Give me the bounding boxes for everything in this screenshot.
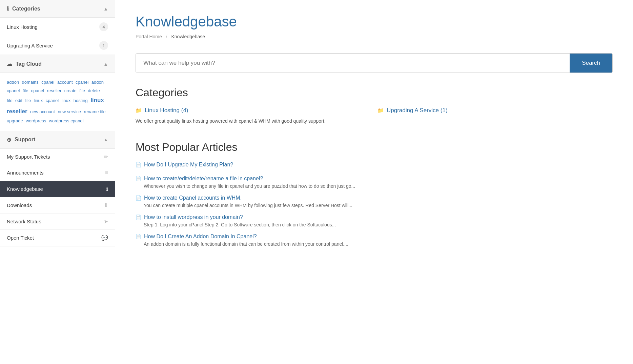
search-button[interactable]: Search [570, 54, 612, 73]
tag-upgrade[interactable]: upgrade [7, 118, 23, 123]
info-circle-icon: ℹ [106, 186, 108, 192]
tag-file3[interactable]: file [7, 98, 13, 103]
sidebar-tagcloud-header[interactable]: ☁ Tag Cloud ▲ [0, 55, 115, 73]
sidebar-tagcloud-label: Tag Cloud [16, 61, 42, 67]
tag-cpanel3[interactable]: cpanel [7, 88, 20, 93]
tag-linux2[interactable]: linux [62, 98, 71, 103]
tag-hosting[interactable]: hosting [74, 98, 88, 103]
doc-icon-0: 📄 [136, 162, 141, 167]
network-status-label: Network Status [7, 219, 41, 224]
sidebar-categories-section: ℹ Categories ▲ Linux Hosting 4 Upgrading… [0, 0, 115, 55]
tag-linux1[interactable]: linux [34, 98, 43, 103]
sidebar-category-count-linux: 4 [99, 22, 108, 31]
tag-new-service[interactable]: new service [58, 109, 81, 114]
article-title-4: How Do I Create An Addon Domain In Cpane… [144, 234, 257, 240]
tag-file4[interactable]: file [25, 98, 31, 103]
tag-domains[interactable]: domains [22, 80, 39, 85]
article-link-1[interactable]: 📄 How to create/edit/delete/rename a fil… [136, 176, 613, 182]
article-title-2: How to create Cpanel accounts in WHM. [144, 195, 242, 201]
folder-icon-linux: 📁 [136, 107, 142, 114]
download-icon: ⬇ [104, 202, 108, 208]
article-excerpt-3: Step 1. Log into your cPanel.Step 2. Go … [144, 222, 613, 227]
popular-articles-title: Most Popular Articles [136, 141, 613, 154]
categories-grid: 📁 Linux Hosting (4) We offer great quali… [136, 107, 613, 125]
sidebar-category-label-upgrading: Upgrading A Service [7, 43, 53, 48]
article-item-0: 📄 How Do I Upgrade My Existing Plan? [136, 162, 613, 169]
pencil-icon: ✏ [104, 154, 108, 160]
category-card-upgrading: 📁 Upgrading A Service (1) [377, 107, 613, 125]
sidebar-categories-header[interactable]: ℹ Categories ▲ [0, 0, 115, 18]
sidebar-tagcloud-title-group: ☁ Tag Cloud [7, 61, 42, 67]
article-link-2[interactable]: 📄 How to create Cpanel accounts in WHM. [136, 195, 613, 201]
doc-icon-2: 📄 [136, 195, 141, 201]
main-content: Knowledgebase Portal Home / Knowledgebas… [115, 0, 633, 364]
search-bar: Search [136, 53, 613, 73]
article-item-1: 📄 How to create/edit/delete/rename a fil… [136, 176, 613, 189]
sidebar-categories-label: Categories [12, 6, 40, 12]
category-title-linux: Linux Hosting (4) [145, 107, 188, 114]
tag-rename-file[interactable]: rename file [84, 109, 106, 114]
support-globe-icon: ⊕ [7, 137, 11, 143]
category-link-linux[interactable]: 📁 Linux Hosting (4) [136, 107, 371, 114]
chat-icon: 💬 [101, 235, 108, 241]
breadcrumb-home[interactable]: Portal Home [136, 34, 162, 39]
category-desc-linux: We offer great quality linux hosting pow… [136, 117, 371, 125]
tag-delete[interactable]: delete [88, 88, 100, 93]
tag-addon[interactable]: addon [7, 80, 19, 85]
sidebar: ℹ Categories ▲ Linux Hosting 4 Upgrading… [0, 0, 115, 364]
breadcrumb: Portal Home / Knowledgebase [136, 34, 613, 45]
sidebar-item-my-support-tickets[interactable]: My Support Tickets ✏ [0, 149, 115, 165]
tag-file1[interactable]: file [23, 88, 28, 93]
tag-cpanel1[interactable]: cpanel [41, 80, 54, 85]
sidebar-support-label: Support [15, 137, 35, 143]
sidebar-item-knowledgebase[interactable]: Knowledgebase ℹ [0, 181, 115, 197]
article-item-2: 📄 How to create Cpanel accounts in WHM. … [136, 195, 613, 208]
article-link-3[interactable]: 📄 How to install wordpress in your domai… [136, 214, 613, 220]
articles-list: 📄 How Do I Upgrade My Existing Plan? 📄 H… [136, 162, 613, 253]
doc-icon-1: 📄 [136, 176, 141, 181]
sidebar-categories-list: Linux Hosting 4 Upgrading A Service 1 [0, 18, 115, 55]
tag-reseller[interactable]: reseller [47, 88, 62, 93]
sidebar-category-item-upgrading[interactable]: Upgrading A Service 1 [0, 36, 115, 55]
sidebar-support-nav: My Support Tickets ✏ Announcements ≡ Kno… [0, 149, 115, 246]
tag-create[interactable]: create [64, 88, 77, 93]
category-link-upgrading[interactable]: 📁 Upgrading A Service (1) [377, 107, 613, 114]
sidebar-item-open-ticket[interactable]: Open Ticket 💬 [0, 230, 115, 246]
sidebar-support-section: ⊕ Support ▲ My Support Tickets ✏ Announc… [0, 131, 115, 246]
open-ticket-label: Open Ticket [7, 235, 34, 241]
tag-wordpress[interactable]: wordpress [26, 118, 46, 123]
list-icon: ≡ [105, 170, 108, 176]
search-input[interactable] [136, 54, 570, 73]
sidebar-item-downloads[interactable]: Downloads ⬇ [0, 197, 115, 214]
article-link-0[interactable]: 📄 How Do I Upgrade My Existing Plan? [136, 162, 613, 168]
article-item-3: 📄 How to install wordpress in your domai… [136, 214, 613, 227]
article-title-1: How to create/edit/delete/rename a file … [144, 176, 263, 182]
chevron-up-icon-tagcloud: ▲ [103, 61, 108, 67]
tag-wordpress-cpanel[interactable]: wordpress cpanel [49, 118, 84, 123]
tag-file2[interactable]: file [79, 88, 85, 93]
article-link-4[interactable]: 📄 How Do I Create An Addon Domain In Cpa… [136, 234, 613, 240]
chevron-up-icon-support: ▲ [103, 137, 108, 142]
article-title-3: How to install wordpress in your domain? [144, 214, 243, 220]
tag-new-account[interactable]: new account [30, 109, 55, 114]
sidebar-item-network-status[interactable]: Network Status ➤ [0, 214, 115, 230]
tag-cpanel2[interactable]: cpanel [76, 80, 88, 85]
tag-addon2[interactable]: addon [91, 80, 104, 85]
sidebar-support-title-group: ⊕ Support [7, 137, 35, 143]
sidebar-tagcloud-section: ☁ Tag Cloud ▲ addon domains cpanel accou… [0, 55, 115, 131]
breadcrumb-current: Knowledgebase [171, 34, 205, 39]
sidebar-item-announcements[interactable]: Announcements ≡ [0, 165, 115, 181]
category-title-upgrading: Upgrading A Service (1) [387, 107, 448, 114]
tag-edit[interactable]: edit [15, 98, 22, 103]
knowledgebase-label: Knowledgebase [7, 186, 43, 192]
sidebar-support-header[interactable]: ⊕ Support ▲ [0, 131, 115, 149]
article-excerpt-2: You can create multiple cpanel accounts … [144, 203, 613, 208]
sidebar-categories-title-group: ℹ Categories [7, 5, 40, 12]
breadcrumb-separator: / [166, 34, 167, 39]
tag-cpanel4[interactable]: cpanel [31, 88, 44, 93]
sidebar-category-item-linux[interactable]: Linux Hosting 4 [0, 18, 115, 36]
article-excerpt-4: An addon domain is a fully functional do… [144, 241, 613, 247]
tag-account[interactable]: account [57, 80, 73, 85]
tag-cpanel5[interactable]: cpanel [46, 98, 59, 103]
chevron-up-icon: ▲ [103, 6, 108, 12]
